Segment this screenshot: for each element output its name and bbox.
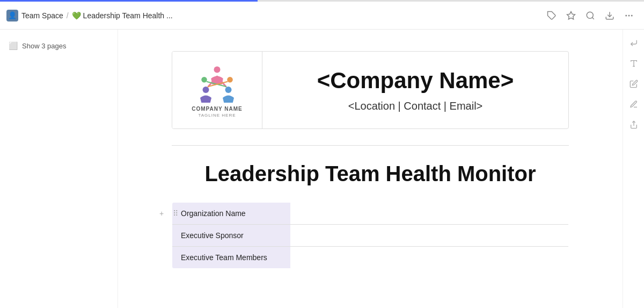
breadcrumb-page[interactable]: 💚 Leadership Team Health ... (72, 11, 173, 20)
pages-icon: ⬜ (9, 41, 18, 50)
star-button[interactable] (562, 7, 580, 24)
topbar-right (543, 7, 638, 24)
svg-line-3 (592, 17, 594, 19)
show-pages-label: Show 3 pages (22, 42, 66, 50)
main-wrapper: ⬜ Show 3 pages (0, 30, 644, 308)
show-pages-button[interactable]: ⬜ Show 3 pages (0, 38, 118, 53)
topbar: 👤 Team Space / 💚 Leadership Team Health … (0, 2, 644, 30)
rt-edit1-button[interactable] (626, 76, 642, 92)
company-info-section: <Company Name> <Location | Contact | Ema… (262, 52, 568, 128)
right-toolbar (623, 30, 644, 308)
top-progress-bar (0, 0, 644, 2)
table-label-cell: Executive Sponsor (172, 225, 290, 247)
info-table: Organization NameExecutive SponsorExecut… (172, 202, 569, 269)
breadcrumb-page-label[interactable]: 💚 Leadership Team Health ... (72, 11, 173, 20)
table-controls: + ⠿ (156, 207, 181, 219)
progress-fill (0, 0, 258, 2)
company-logo (197, 62, 237, 103)
table-section: + ⠿ Organization NameExecutive SponsorEx… (172, 202, 569, 269)
more-button[interactable] (620, 7, 638, 24)
table-add-button[interactable]: + (156, 207, 167, 219)
table-value-cell[interactable] (290, 247, 569, 269)
download-button[interactable] (601, 7, 618, 24)
rt-edit2-button[interactable] (626, 96, 642, 112)
doc-content: COMPANY NAME TAGLINE HERE <Company Name>… (172, 30, 569, 308)
svg-point-11 (201, 77, 207, 83)
company-details: <Location | Contact | Email> (348, 100, 483, 112)
table-value-cell[interactable] (290, 225, 569, 247)
svg-point-2 (587, 12, 593, 18)
logo-section: COMPANY NAME TAGLINE HERE (172, 52, 262, 128)
table-label-cell: Executive Team Members (172, 247, 290, 269)
svg-point-12 (227, 77, 233, 83)
table-value-cell[interactable] (290, 203, 569, 225)
rt-font-button[interactable] (626, 55, 642, 71)
table-drag-button[interactable]: ⠿ (170, 207, 181, 219)
svg-point-9 (203, 87, 209, 93)
svg-point-7 (632, 15, 633, 16)
table-row: Organization Name (172, 203, 569, 225)
table-row: Executive Sponsor (172, 225, 569, 247)
svg-point-8 (214, 67, 221, 73)
svg-point-6 (628, 15, 630, 16)
svg-point-5 (626, 15, 627, 16)
sidebar: ⬜ Show 3 pages (0, 30, 118, 308)
svg-marker-1 (567, 11, 575, 19)
breadcrumb-separator: / (67, 11, 69, 20)
rt-wrap-button[interactable] (626, 35, 642, 51)
team-space-label[interactable]: Team Space (21, 11, 63, 20)
divider (172, 145, 569, 146)
table-label-cell: Organization Name (172, 203, 290, 225)
topbar-left: 👤 Team Space / 💚 Leadership Team Health … (6, 10, 173, 22)
tag-button[interactable] (543, 7, 560, 24)
tagline-tag: TAGLINE HERE (198, 113, 236, 118)
document-area: COMPANY NAME TAGLINE HERE <Company Name>… (118, 30, 623, 308)
company-name-heading: <Company Name> (317, 68, 514, 94)
header-card: COMPANY NAME TAGLINE HERE <Company Name>… (172, 51, 569, 129)
document-title: Leadership Team Health Monitor (172, 162, 569, 186)
team-space-icon: 👤 (6, 10, 18, 22)
company-name-tag: COMPANY NAME (192, 106, 242, 112)
rt-share-button[interactable] (626, 117, 642, 133)
svg-point-10 (225, 87, 232, 93)
search-button[interactable] (582, 7, 599, 24)
table-row: Executive Team Members (172, 247, 569, 269)
breadcrumb-team[interactable]: 👤 Team Space (6, 10, 63, 22)
